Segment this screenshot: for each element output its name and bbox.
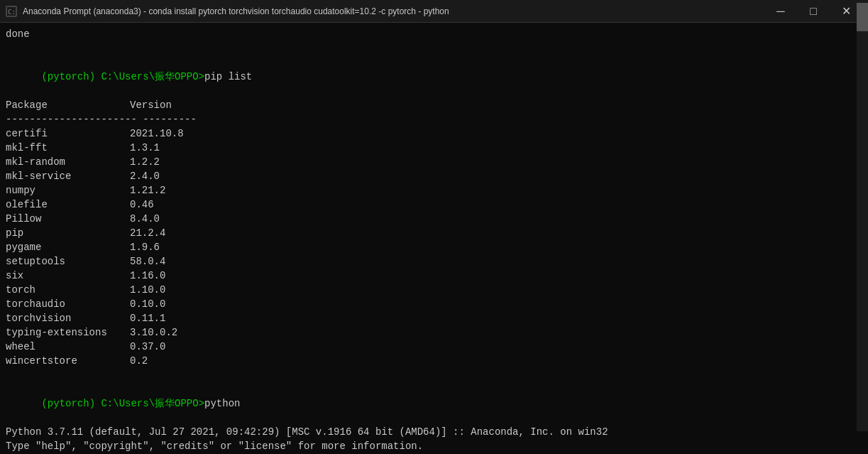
titlebar-controls: ─ □ ✕ (764, 0, 862, 23)
maximize-button[interactable]: □ (797, 0, 830, 23)
pkg-header: PackageVersion (6, 98, 851, 112)
pkg-mkl-fft: mkl-fft1.3.1 (6, 141, 851, 155)
pkg-separator: ---------------------- --------- (6, 112, 851, 126)
pkg-olefile: olefile0.46 (6, 198, 851, 212)
titlebar-left: C:\ Anaconda Prompt (anaconda3) - conda … (6, 6, 449, 17)
pkg-pip: pip21.2.4 (6, 226, 851, 240)
output-done: done (6, 27, 851, 41)
pkg-torch: torch1.10.0 (6, 283, 851, 297)
svg-text:C:\: C:\ (8, 9, 16, 16)
pkg-certifi: certifi2021.10.8 (6, 126, 851, 141)
titlebar: C:\ Anaconda Prompt (anaconda3) - conda … (0, 0, 868, 23)
pkg-numpy: numpy1.21.2 (6, 183, 851, 198)
python-cmd: python (204, 398, 240, 409)
terminal-icon: C:\ (6, 6, 17, 17)
python-help-line: Type "help", "copyright", "credits" or "… (6, 439, 851, 453)
pkg-wincertstore: wincertstore0.2 (6, 354, 851, 368)
terminal[interactable]: done (pytorch) C:\Users\振华OPPO>pip list … (0, 23, 857, 454)
prompt-text: (pytorch) C:\Users\振华OPPO> (41, 71, 204, 82)
python-prompt-text: (pytorch) C:\Users\振华OPPO> (41, 398, 204, 409)
blank-line-2 (6, 368, 851, 382)
python-version: Python 3.7.11 (default, Jul 27 2021, 09:… (6, 425, 851, 439)
scrollbar-thumb[interactable] (857, 3, 868, 31)
pkg-setuptools: setuptools58.0.4 (6, 254, 851, 269)
pip-list-prompt: (pytorch) C:\Users\振华OPPO>pip list (6, 55, 851, 98)
pkg-mkl-random: mkl-random1.2.2 (6, 155, 851, 169)
scrollbar[interactable] (857, 0, 868, 431)
pkg-typing-extensions: typing-extensions3.10.0.2 (6, 325, 851, 340)
pkg-torchaudio: torchaudio0.10.0 (6, 297, 851, 311)
minimize-button[interactable]: ─ (764, 0, 797, 23)
pkg-six: six1.16.0 (6, 269, 851, 283)
pkg-mkl-service: mkl-service2.4.0 (6, 169, 851, 183)
pip-list-cmd: pip list (204, 71, 252, 82)
pkg-wheel: wheel0.37.0 (6, 340, 851, 354)
pkg-pygame: pygame1.9.6 (6, 240, 851, 254)
titlebar-title: Anaconda Prompt (anaconda3) - conda inst… (23, 6, 449, 16)
blank-line-1 (6, 41, 851, 55)
pkg-pillow: Pillow8.4.0 (6, 212, 851, 226)
python-prompt: (pytorch) C:\Users\振华OPPO>python (6, 382, 851, 425)
pkg-torchvision: torchvision0.11.1 (6, 311, 851, 325)
